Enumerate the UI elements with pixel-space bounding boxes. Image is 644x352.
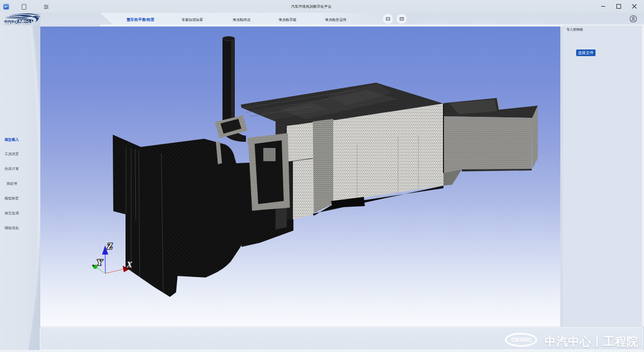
svg-text:X: X [126,260,133,269]
svg-text:CNTARC: CNTARC [511,337,532,343]
svg-text:CATARC WIND TUNNEL: CATARC WIND TUNNEL [4,23,31,26]
svg-text:Y: Y [97,258,103,267]
svg-text:风洞中心: 风洞中心 [18,19,30,23]
svg-text:Z: Z [107,241,112,251]
